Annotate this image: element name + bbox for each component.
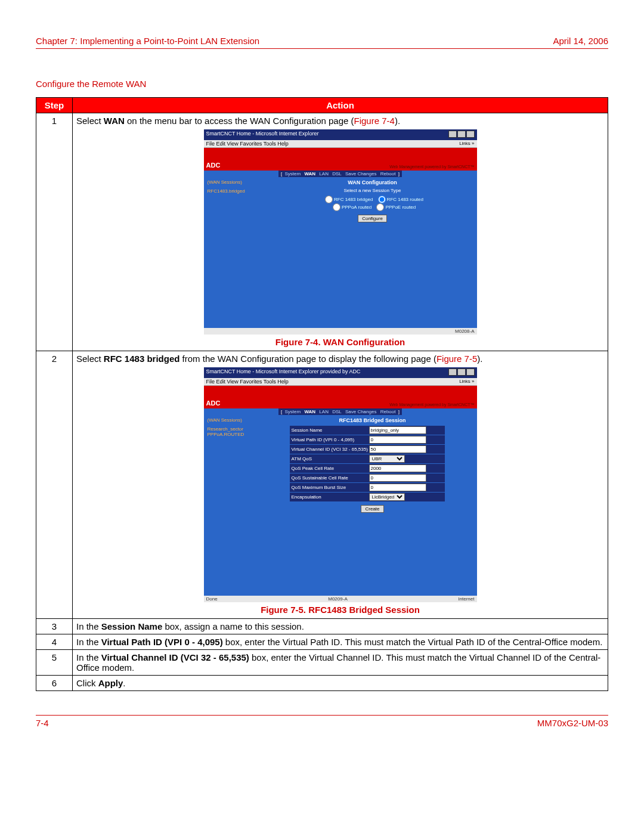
adc-logo: ADC bbox=[206, 400, 221, 407]
maximize-icon bbox=[457, 368, 466, 376]
step-action: Select WAN on the menu bar to access the… bbox=[73, 113, 608, 351]
minimize-icon bbox=[448, 131, 457, 138]
step-number: 2 bbox=[36, 351, 73, 619]
figure-caption: Figure 7-4. WAN Configuration bbox=[76, 337, 604, 347]
page-header: Chapter 7: Implementing a Point-to-Point… bbox=[36, 36, 608, 49]
nav-tabs: [ System WAN LAN DSL Save Changes Reboot… bbox=[204, 171, 477, 177]
screenshot-wan-config: SmartCNCT Home - Microsoft Internet Expl… bbox=[204, 129, 477, 335]
table-row: 4 In the Virtual Path ID (VPI 0 - 4,095)… bbox=[36, 634, 608, 650]
table-row: 5 In the Virtual Channel ID (VCI 32 - 65… bbox=[36, 650, 608, 676]
vci-input[interactable] bbox=[369, 445, 426, 453]
browser-menubar: File Edit View Favorites Tools Help Link… bbox=[204, 140, 477, 148]
doc-id: MM70xG2-UM-03 bbox=[537, 718, 608, 728]
panel-title: WAN Configuration bbox=[272, 179, 473, 185]
session-form: Session Name Virtual Path ID (VPI 0 - 4,… bbox=[290, 426, 445, 501]
step-action: Select RFC 1483 bridged from the WAN Con… bbox=[73, 351, 608, 619]
steps-table: Step Action 1 Select WAN on the menu bar… bbox=[36, 97, 608, 691]
table-row: 2 Select RFC 1483 bridged from the WAN C… bbox=[36, 351, 608, 619]
screenshot-rfc1483: SmartCNCT Home - Microsoft Internet Expl… bbox=[204, 367, 477, 602]
figure-ref: Figure 7-4 bbox=[354, 116, 395, 126]
pcr-input[interactable] bbox=[369, 465, 426, 472]
table-row: 6 Click Apply. bbox=[36, 676, 608, 691]
window-titlebar: SmartCNCT Home - Microsoft Internet Expl… bbox=[204, 129, 477, 140]
session-type-options: RFC 1483 bridged RFC 1483 routed PPPoA r… bbox=[272, 196, 473, 211]
sidebar: (WAN Sessions) RFC1483.bridged bbox=[204, 177, 268, 224]
table-row: 3 In the Session Name box, assign a name… bbox=[36, 619, 608, 634]
step-action: In the Virtual Path ID (VPI 0 - 4,095) b… bbox=[73, 634, 608, 650]
window-controls bbox=[448, 131, 475, 139]
window-title: SmartCNCT Home - Microsoft Internet Expl… bbox=[206, 131, 319, 139]
adc-logo: ADC bbox=[206, 162, 221, 169]
step-number: 4 bbox=[36, 634, 73, 650]
col-step: Step bbox=[36, 98, 73, 113]
close-icon bbox=[466, 131, 475, 138]
screenshot-body: [ System WAN LAN DSL Save Changes Reboot… bbox=[204, 171, 477, 328]
configure-button[interactable]: Configure bbox=[358, 215, 387, 222]
close-icon bbox=[466, 368, 475, 376]
page-number: 7-4 bbox=[36, 718, 49, 728]
step-action: In the Virtual Channel ID (VCI 32 - 65,5… bbox=[73, 650, 608, 676]
step-number: 5 bbox=[36, 650, 73, 676]
rfc1483-routed-radio[interactable] bbox=[378, 196, 386, 203]
screenshot-body: [ System WAN LAN DSL Save Changes Reboot… bbox=[204, 408, 477, 596]
session-name-input[interactable] bbox=[369, 426, 426, 434]
table-row: 1 Select WAN on the menu bar to access t… bbox=[36, 113, 608, 351]
scr-input[interactable] bbox=[369, 474, 426, 482]
logo-bar: ADC Web Management powered by SmartCNCT™ bbox=[204, 386, 477, 408]
page-footer: 7-4 MM70xG2-UM-03 bbox=[36, 715, 608, 728]
figure-caption: Figure 7-5. RFC1483 Bridged Session bbox=[76, 605, 604, 615]
chapter-title: Chapter 7: Implementing a Point-to-Point… bbox=[36, 36, 259, 46]
figure-ref: Figure 7-5 bbox=[436, 354, 477, 364]
status-bar: Done M0209-A Internet bbox=[204, 596, 477, 602]
window-controls bbox=[448, 368, 475, 377]
vpi-input[interactable] bbox=[369, 436, 426, 444]
status-bar: M0208-A bbox=[204, 328, 477, 335]
logo-bar: ADC Web Management powered by SmartCNCT™ bbox=[204, 148, 477, 171]
step-action: Click Apply. bbox=[73, 676, 608, 691]
mbs-input[interactable] bbox=[369, 484, 426, 491]
rfc1483-bridged-radio[interactable] bbox=[325, 196, 333, 203]
browser-menubar: File Edit View Favorites Tools Help Link… bbox=[204, 378, 477, 386]
pppoa-routed-radio[interactable] bbox=[333, 203, 340, 211]
nav-tabs: [ System WAN LAN DSL Save Changes Reboot… bbox=[204, 408, 477, 415]
step-action: In the Session Name box, assign a name t… bbox=[73, 619, 608, 634]
create-button[interactable]: Create bbox=[361, 505, 383, 513]
section-title: Configure the Remote WAN bbox=[36, 79, 608, 89]
col-action: Action bbox=[73, 98, 608, 113]
pppoe-routed-radio[interactable] bbox=[376, 203, 384, 211]
page-date: April 14, 2006 bbox=[553, 36, 608, 46]
atm-qos-select[interactable]: UBR bbox=[369, 455, 405, 463]
encapsulation-select[interactable]: LlcBridged bbox=[369, 493, 405, 501]
step-number: 3 bbox=[36, 619, 73, 634]
window-title: SmartCNCT Home - Microsoft Internet Expl… bbox=[206, 368, 361, 377]
window-titlebar: SmartCNCT Home - Microsoft Internet Expl… bbox=[204, 367, 477, 378]
step-number: 1 bbox=[36, 113, 73, 351]
panel-title: RFC1483 Bridged Session bbox=[272, 417, 473, 423]
maximize-icon bbox=[457, 131, 466, 138]
sidebar: (WAN Sessions) Research_sector PPPoA.ROU… bbox=[204, 415, 268, 514]
minimize-icon bbox=[448, 368, 457, 376]
step-number: 6 bbox=[36, 676, 73, 691]
